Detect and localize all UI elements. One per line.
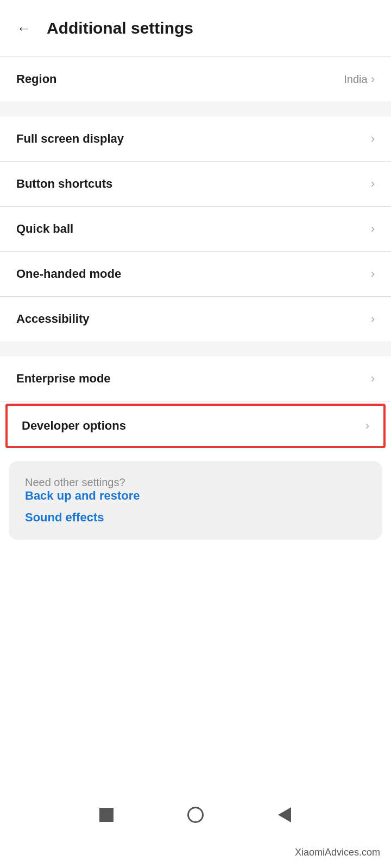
developer-options-label: Developer options [22, 419, 126, 433]
region-value: India [344, 73, 367, 86]
back-up-restore-link[interactable]: Back up and restore [25, 489, 366, 503]
button-shortcuts-label: Button shortcuts [16, 177, 112, 191]
full-screen-display-label: Full screen display [16, 132, 124, 146]
quick-ball-chevron-icon: › [371, 222, 375, 236]
divider-5 [0, 401, 391, 401]
full-screen-display-item[interactable]: Full screen display › [0, 117, 391, 161]
accessibility-right: › [371, 312, 375, 326]
region-section: Region India › [0, 57, 391, 101]
enterprise-mode-chevron-icon: › [371, 372, 375, 386]
developer-options-right: › [365, 419, 369, 433]
watermark: XiaomiAdvices.com [295, 847, 380, 858]
bottom-nav-bar [0, 794, 391, 835]
quick-ball-label: Quick ball [16, 222, 73, 236]
other-settings-card: Need other settings? Back up and restore… [9, 461, 382, 540]
one-handed-mode-label: One-handed mode [16, 267, 121, 281]
home-icon [187, 807, 204, 823]
quick-ball-right: › [371, 222, 375, 236]
sound-effects-link[interactable]: Sound effects [25, 510, 366, 525]
other-settings-title: Need other settings? [25, 476, 125, 488]
region-label: Region [16, 72, 57, 86]
one-handed-mode-chevron-icon: › [371, 267, 375, 281]
recent-apps-icon [99, 808, 113, 822]
one-handed-mode-right: › [371, 267, 375, 281]
header: ← Additional settings [0, 0, 391, 56]
display-section: Full screen display › Button shortcuts ›… [0, 117, 391, 341]
home-button[interactable] [184, 803, 207, 827]
one-handed-mode-item[interactable]: One-handed mode › [0, 252, 391, 296]
accessibility-label: Accessibility [16, 312, 90, 326]
button-shortcuts-right: › [371, 177, 375, 191]
quick-ball-item[interactable]: Quick ball › [0, 207, 391, 251]
recent-apps-button[interactable] [94, 803, 118, 827]
button-shortcuts-chevron-icon: › [371, 177, 375, 191]
button-shortcuts-item[interactable]: Button shortcuts › [0, 162, 391, 206]
full-screen-display-right: › [371, 132, 375, 146]
accessibility-item[interactable]: Accessibility › [0, 297, 391, 341]
enterprise-mode-item[interactable]: Enterprise mode › [0, 356, 391, 401]
developer-options-item[interactable]: Developer options › [5, 404, 386, 448]
region-item[interactable]: Region India › [0, 57, 391, 101]
back-button[interactable]: ← [11, 15, 37, 41]
back-arrow-icon: ← [17, 21, 31, 35]
region-chevron-icon: › [371, 72, 375, 86]
section-gap-1 [0, 101, 391, 117]
region-right: India › [344, 72, 375, 86]
enterprise-section: Enterprise mode › Developer options › [0, 356, 391, 448]
accessibility-chevron-icon: › [371, 312, 375, 326]
back-nav-button[interactable] [273, 803, 297, 827]
page-title: Additional settings [47, 19, 193, 37]
full-screen-display-chevron-icon: › [371, 132, 375, 146]
back-nav-icon [278, 807, 291, 822]
developer-options-chevron-icon: › [365, 419, 369, 433]
section-gap-2 [0, 341, 391, 356]
enterprise-mode-label: Enterprise mode [16, 372, 111, 386]
enterprise-mode-right: › [371, 372, 375, 386]
